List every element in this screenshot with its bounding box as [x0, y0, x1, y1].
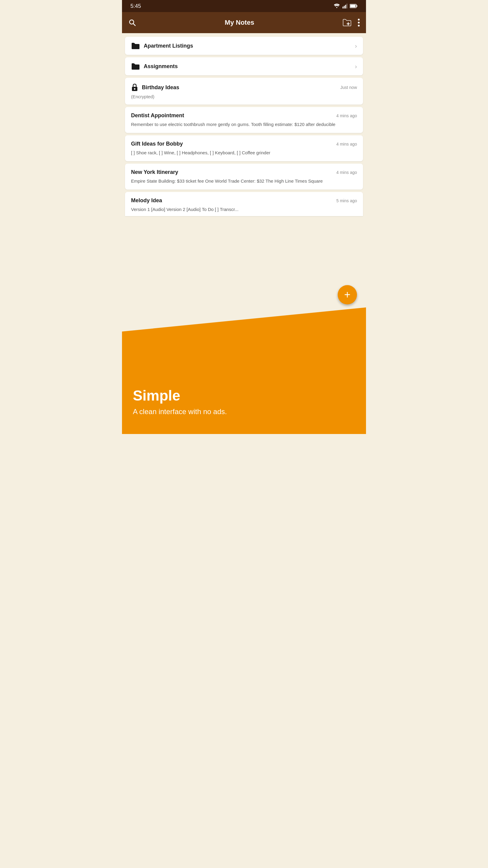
- note-preview-text: [ ] Shoe rack, [ ] Wine, [ ] Headphones,…: [131, 150, 357, 156]
- search-icon: [128, 19, 136, 27]
- svg-rect-1: [344, 6, 345, 8]
- promo-section: Simple A clean interface with no ads.: [122, 307, 366, 434]
- note-item-birthday-ideas[interactable]: Birthday Ideas Just now (Encrypted): [125, 78, 363, 104]
- note-preview-text: Empire State Building: $33 ticket fee On…: [131, 178, 357, 184]
- note-card-header: Assignments ›: [131, 63, 357, 70]
- note-title-text: Melody Idea: [131, 197, 162, 204]
- folder-icon: [131, 42, 140, 50]
- note-title-text: Gift Ideas for Bobby: [131, 141, 183, 147]
- note-title-text: New York Itinerary: [131, 169, 178, 176]
- fab-plus-icon: +: [344, 289, 350, 300]
- folder-icon: [131, 63, 140, 70]
- signal-icon: [343, 4, 347, 8]
- search-button[interactable]: [128, 19, 136, 27]
- promo-subtitle: A clean interface with no ads.: [133, 407, 355, 416]
- note-title-text: Assignments: [144, 63, 178, 70]
- more-vertical-icon: [358, 19, 360, 27]
- chevron-right-icon: ›: [355, 63, 357, 70]
- new-folder-button[interactable]: [343, 19, 352, 27]
- svg-point-15: [134, 88, 135, 90]
- lock-icon: [131, 83, 138, 92]
- svg-rect-2: [345, 5, 346, 8]
- app-bar: My Notes: [122, 12, 366, 33]
- note-title-text: Dentist Appointment: [131, 113, 184, 119]
- svg-line-8: [133, 24, 135, 26]
- note-timestamp: 4 mins ago: [336, 113, 357, 118]
- note-item-apartment-listings[interactable]: Apartment Listings ›: [125, 37, 363, 55]
- note-card-header: Birthday Ideas Just now: [131, 83, 357, 92]
- battery-icon: [350, 4, 358, 8]
- note-card-header: Gift Ideas for Bobby 4 mins ago: [131, 141, 357, 147]
- wifi-icon: [333, 4, 340, 8]
- svg-rect-3: [347, 4, 348, 8]
- note-item-gift-ideas-bobby[interactable]: Gift Ideas for Bobby 4 mins ago [ ] Shoe…: [125, 135, 363, 161]
- note-title-row: Apartment Listings: [131, 42, 193, 50]
- app-bar-actions: [343, 19, 360, 27]
- svg-rect-0: [343, 7, 344, 8]
- svg-point-12: [358, 22, 360, 24]
- note-item-new-york-itinerary[interactable]: New York Itinerary 4 mins ago Empire Sta…: [125, 164, 363, 190]
- note-timestamp: 5 mins ago: [336, 198, 357, 203]
- note-title-text: Apartment Listings: [144, 43, 193, 49]
- new-folder-icon: [343, 19, 352, 27]
- note-title-row: Assignments: [131, 63, 178, 70]
- promo-title: Simple: [133, 387, 355, 404]
- note-timestamp: 4 mins ago: [336, 170, 357, 175]
- note-preview-text: Remember to use electric toothbrush more…: [131, 121, 357, 127]
- note-encrypted-label: (Encrypted): [131, 94, 357, 99]
- note-preview-text: Version 1 [Audio] Version 2 [Audio] To D…: [131, 206, 357, 213]
- status-bar: 5:45: [122, 0, 366, 12]
- note-item-dentist-appointment[interactable]: Dentist Appointment 4 mins ago Remember …: [125, 107, 363, 133]
- notes-list: Apartment Listings › Assignments ›: [122, 33, 366, 220]
- note-timestamp: 4 mins ago: [336, 142, 357, 147]
- svg-rect-5: [356, 5, 357, 7]
- note-item-melody-idea[interactable]: Melody Idea 5 mins ago Version 1 [Audio]…: [125, 192, 363, 216]
- svg-rect-6: [350, 5, 356, 7]
- note-timestamp: Just now: [340, 85, 357, 90]
- status-time: 5:45: [130, 3, 141, 9]
- fab-add-note[interactable]: +: [338, 285, 357, 304]
- note-card-header: Apartment Listings ›: [131, 42, 357, 50]
- note-item-assignments[interactable]: Assignments ›: [125, 57, 363, 75]
- note-card-header: New York Itinerary 4 mins ago: [131, 169, 357, 176]
- note-card-header: Dentist Appointment 4 mins ago: [131, 113, 357, 119]
- chevron-right-icon: ›: [355, 42, 357, 50]
- app-title: My Notes: [141, 19, 338, 27]
- svg-point-13: [358, 25, 360, 27]
- status-icons: [333, 4, 358, 8]
- note-title-row: Birthday Ideas: [131, 83, 179, 92]
- svg-point-11: [358, 19, 360, 21]
- note-title-text: Birthday Ideas: [142, 84, 179, 91]
- note-card-header: Melody Idea 5 mins ago: [131, 197, 357, 204]
- more-menu-button[interactable]: [358, 19, 360, 27]
